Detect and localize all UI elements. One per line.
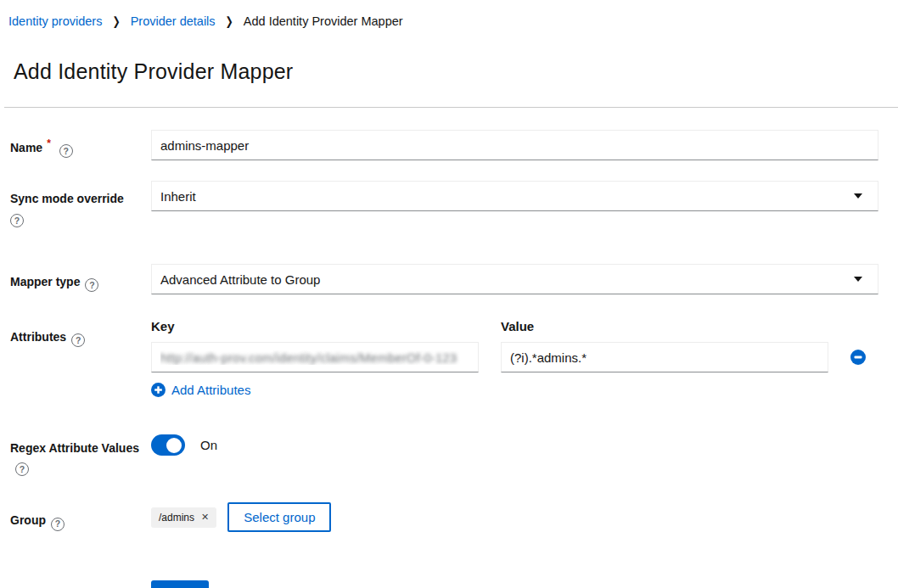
regex-attribute-values-label: Regex Attribute Values (10, 441, 139, 455)
regex-help-icon[interactable]: ? (15, 462, 29, 476)
required-asterisk: * (47, 137, 51, 149)
caret-down-icon (854, 193, 862, 199)
caret-down-icon (854, 277, 862, 282)
form-row-group: Group? /admins ✕ Select group (10, 502, 878, 532)
toggle-state-label: On (200, 438, 217, 452)
select-group-button[interactable]: Select group (227, 502, 331, 532)
form-row-name: Name*? (10, 130, 878, 160)
group-help-icon[interactable]: ? (51, 518, 65, 531)
plus-circle-icon (151, 383, 166, 397)
group-label: Group (10, 513, 46, 527)
name-help-icon[interactable]: ? (59, 144, 73, 158)
mapper-type-help-icon[interactable]: ? (85, 278, 98, 292)
save-button[interactable]: Save (151, 580, 209, 588)
mapper-form: Name*? Sync mode override ? Inherit Mapp… (0, 108, 898, 532)
regex-toggle-switch[interactable] (151, 434, 185, 456)
form-row-regex-attribute-values: Regex Attribute Values? On (10, 430, 878, 476)
chevron-right-icon: ❯ (112, 14, 120, 28)
sync-mode-selected-value: Inherit (160, 189, 196, 204)
breadcrumb-current-page: Add Identity Provider Mapper (244, 14, 403, 28)
group-chip-label: /admins (159, 512, 194, 524)
sync-mode-label: Sync mode override (10, 192, 124, 205)
mapper-type-select[interactable]: Advanced Attribute to Group (151, 264, 878, 294)
group-chip: /admins ✕ (151, 507, 216, 528)
form-row-attributes: Attributes? Key Value (10, 319, 878, 400)
mapper-type-label: Mapper type (10, 275, 80, 288)
toggle-knob (166, 438, 182, 453)
form-row-mapper-type: Mapper type? Advanced Attribute to Group (10, 264, 878, 294)
remove-attribute-button[interactable] (850, 350, 866, 365)
name-input[interactable] (151, 130, 878, 160)
attributes-grid: Key Value (151, 319, 866, 372)
breadcrumb-identity-providers[interactable]: Identity providers (8, 14, 102, 28)
sync-mode-help-icon[interactable]: ? (10, 214, 24, 227)
sync-mode-select[interactable]: Inherit (151, 181, 878, 211)
form-row-sync-mode: Sync mode override ? Inherit (10, 181, 878, 227)
name-label: Name (10, 141, 42, 154)
chevron-right-icon: ❯ (226, 14, 233, 28)
breadcrumb: Identity providers ❯ Provider details ❯ … (0, 0, 898, 28)
attributes-help-icon[interactable]: ? (71, 333, 85, 347)
attribute-value-input[interactable] (501, 342, 828, 372)
add-attributes-label: Add Attributes (171, 383, 250, 397)
mapper-type-selected-value: Advanced Attribute to Group (160, 272, 320, 287)
breadcrumb-provider-details[interactable]: Provider details (131, 14, 216, 28)
attributes-value-header: Value (501, 319, 828, 335)
attributes-label: Attributes (10, 330, 66, 344)
chip-close-icon[interactable]: ✕ (201, 512, 209, 523)
form-actions: Save Cancel (151, 580, 898, 588)
page-title: Add Identity Provider Mapper (14, 59, 898, 84)
minus-circle-icon (850, 350, 866, 365)
attribute-key-input[interactable] (151, 342, 479, 372)
add-attributes-button[interactable]: Add Attributes (151, 383, 250, 397)
attributes-key-header: Key (151, 319, 479, 335)
